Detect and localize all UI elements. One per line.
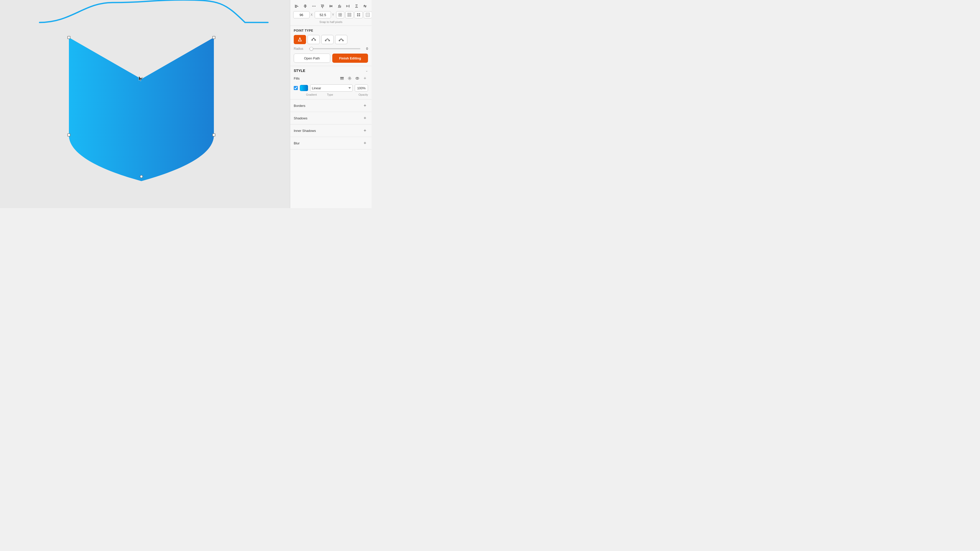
fills-settings-icon[interactable]: [347, 75, 353, 81]
svg-rect-36: [355, 7, 358, 8]
fills-blend-icon[interactable]: [354, 75, 360, 81]
y-input[interactable]: [315, 11, 331, 18]
svg-rect-41: [339, 13, 340, 14]
svg-rect-11: [295, 5, 295, 8]
svg-rect-47: [348, 15, 349, 17]
shadows-title: Shadows: [294, 116, 307, 120]
svg-rect-44: [340, 15, 342, 16]
shadows-section[interactable]: Shadows +: [290, 112, 372, 124]
borders-title: Borders: [294, 104, 305, 108]
borders-add-icon[interactable]: +: [362, 103, 368, 109]
fills-layers-icon[interactable]: [339, 75, 345, 81]
svg-rect-53: [366, 13, 369, 17]
svg-rect-46: [350, 13, 351, 14]
y-label: Y: [332, 13, 334, 17]
svg-rect-0: [68, 36, 70, 39]
svg-rect-21: [323, 5, 324, 6]
svg-point-67: [341, 38, 342, 40]
no-snap-btn[interactable]: [336, 11, 344, 18]
svg-point-4: [140, 175, 143, 178]
finish-editing-button[interactable]: Finish Editing: [332, 54, 368, 63]
distribute-v-icon[interactable]: [353, 3, 360, 10]
svg-point-17: [313, 6, 314, 6]
more-options-icon[interactable]: [310, 3, 317, 10]
svg-rect-39: [364, 5, 365, 6]
fill-gradient-preview: [300, 85, 308, 91]
point-smooth-btn[interactable]: [307, 35, 320, 44]
inner-shadows-add-icon[interactable]: +: [362, 127, 368, 134]
fills-add-icon[interactable]: +: [362, 75, 368, 81]
fills-title: Fills: [294, 76, 300, 80]
point-asymmetric-btn[interactable]: [321, 35, 334, 44]
x-label: X: [310, 13, 313, 17]
svg-rect-30: [338, 7, 341, 8]
inner-shadows-section[interactable]: Inner Shadows +: [290, 124, 372, 137]
style-chevron-icon[interactable]: ⌄: [366, 69, 368, 73]
svg-rect-43: [339, 15, 340, 16]
snap-full-btn[interactable]: [355, 11, 363, 18]
fill-color-preview[interactable]: [300, 85, 308, 91]
snap-half-btn[interactable]: [345, 11, 353, 18]
point-corner-btn[interactable]: [294, 35, 306, 44]
svg-rect-8: [295, 5, 298, 6]
blur-add-icon[interactable]: +: [362, 140, 368, 146]
fills-icons: +: [339, 75, 368, 81]
svg-point-71: [349, 78, 350, 79]
snap-grid-btn[interactable]: [364, 11, 372, 18]
x-input[interactable]: [293, 11, 310, 18]
open-path-button[interactable]: Open Path: [294, 54, 330, 63]
opacity-fill-label: Opacity: [359, 93, 368, 96]
svg-rect-32: [348, 5, 348, 7]
svg-rect-20: [322, 5, 323, 8]
fill-type-select[interactable]: Linear Radial Angular Reflected: [310, 84, 353, 92]
right-panel: X Y Snap to half pixels: [290, 0, 372, 208]
canvas-area[interactable]: [0, 0, 290, 208]
svg-rect-69: [340, 78, 344, 79]
gradient-label: Gradient: [306, 93, 317, 96]
fill-opacity-input[interactable]: [355, 84, 368, 92]
snap-label: Snap to half pixels: [293, 21, 369, 24]
svg-point-58: [299, 38, 301, 38]
x-field: X: [293, 11, 313, 18]
radius-slider[interactable]: [309, 48, 360, 49]
y-field: Y: [315, 11, 334, 18]
svg-rect-22: [321, 5, 324, 5]
svg-rect-40: [365, 6, 366, 7]
options-icon[interactable]: [362, 3, 369, 10]
svg-rect-49: [357, 13, 358, 14]
fill-labels: Gradient Type Opacity: [294, 93, 368, 97]
borders-section[interactable]: Borders +: [290, 100, 372, 112]
svg-rect-28: [339, 5, 340, 7]
blur-section[interactable]: Blur +: [290, 137, 372, 149]
svg-rect-34: [355, 5, 358, 5]
style-title: STYLE: [294, 68, 305, 73]
action-buttons: Open Path Finish Editing: [294, 54, 368, 63]
align-left-icon[interactable]: [293, 3, 300, 10]
shadows-add-icon[interactable]: +: [362, 115, 368, 121]
svg-rect-10: [295, 7, 297, 8]
svg-rect-9: [295, 6, 298, 6]
svg-rect-38: [363, 6, 366, 7]
svg-rect-50: [359, 13, 360, 14]
svg-rect-3: [213, 134, 215, 136]
type-label: Type: [327, 93, 333, 96]
svg-rect-26: [329, 6, 332, 6]
svg-rect-2: [68, 134, 70, 136]
panel-toolbar: X Y Snap to half pixels: [290, 0, 372, 26]
radius-row: Radius 0: [294, 47, 368, 51]
align-bottom-icon[interactable]: [336, 3, 343, 10]
svg-rect-19: [321, 5, 322, 7]
point-disconnected-btn[interactable]: [335, 35, 347, 44]
svg-rect-48: [350, 15, 351, 17]
svg-rect-51: [357, 15, 358, 16]
fill-checkbox[interactable]: [294, 86, 298, 90]
svg-rect-15: [305, 4, 305, 8]
align-center-h-icon[interactable]: [302, 3, 309, 10]
point-type-title: POINT TYPE: [294, 29, 368, 32]
align-top-icon[interactable]: [319, 3, 326, 10]
align-middle-icon[interactable]: [328, 3, 334, 10]
radius-thumb: [310, 47, 313, 51]
svg-rect-31: [346, 5, 347, 7]
svg-point-59: [312, 40, 313, 41]
distribute-h-icon[interactable]: [345, 3, 352, 10]
